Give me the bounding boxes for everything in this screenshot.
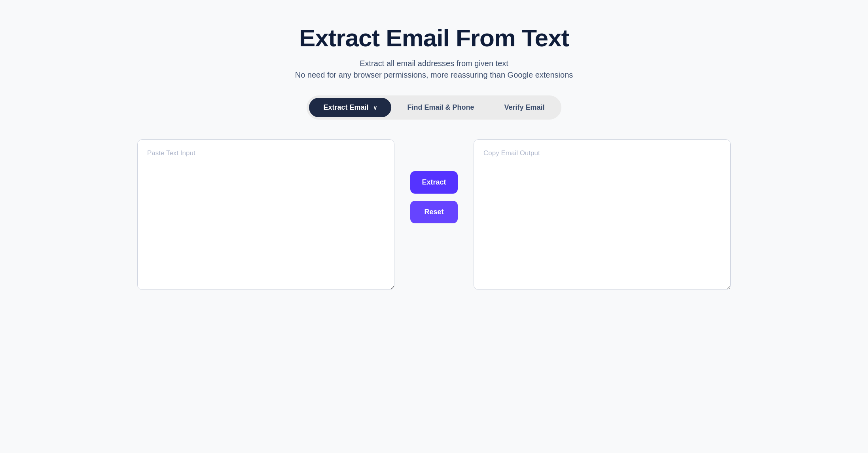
tab-extract-email[interactable]: Extract Email ∨ <box>309 98 391 117</box>
page-title: Extract Email From Text <box>295 24 573 52</box>
reset-button[interactable]: Reset <box>410 201 458 223</box>
tab-verify-email-label: Verify Email <box>504 103 545 111</box>
input-area-container <box>137 139 394 291</box>
tab-verify-email[interactable]: Verify Email <box>490 98 559 117</box>
action-buttons-panel: Extract Reset <box>394 139 474 223</box>
chevron-down-icon: ∨ <box>373 105 377 111</box>
extract-button-label: Extract <box>422 178 446 186</box>
page-header: Extract Email From Text Extract all emai… <box>295 24 573 80</box>
tab-extract-email-label: Extract Email <box>323 103 368 112</box>
reset-button-label: Reset <box>424 208 443 216</box>
main-content: Extract Reset <box>137 139 731 291</box>
output-area-container <box>474 139 731 291</box>
tab-find-email-phone[interactable]: Find Email & Phone <box>393 98 488 117</box>
text-input[interactable] <box>137 139 394 290</box>
tab-find-email-phone-label: Find Email & Phone <box>407 103 474 111</box>
subtitle-1: Extract all email addresses from given t… <box>295 59 573 68</box>
tab-bar: Extract Email ∨ Find Email & Phone Verif… <box>307 95 561 120</box>
subtitle-2: No need for any browser permissions, mor… <box>295 70 573 80</box>
email-output[interactable] <box>474 139 731 290</box>
extract-button[interactable]: Extract <box>410 171 458 194</box>
